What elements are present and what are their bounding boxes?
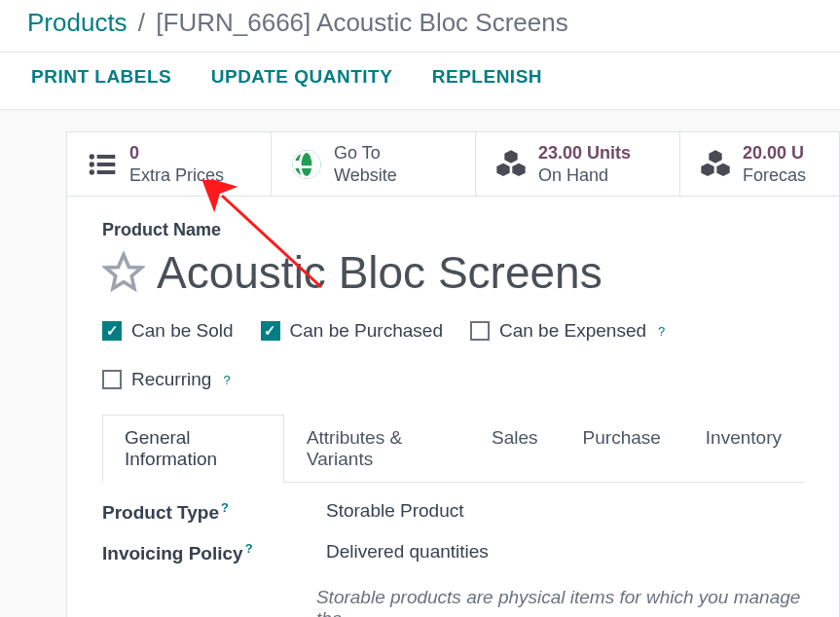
stat-buttons-row: 0 Extra Prices Go To Website 23.00 U [67, 132, 839, 197]
invoicing-policy-label: Invoicing Policy? [102, 541, 287, 564]
tab-sales[interactable]: Sales [469, 415, 561, 483]
go-to-website-button[interactable]: Go To Website [272, 132, 476, 196]
forecast-value: 20.00 U [743, 142, 806, 164]
svg-point-2 [90, 162, 94, 166]
checkbox-icon [102, 370, 122, 389]
on-hand-value: 23.00 Units [538, 142, 631, 164]
product-type-label: Product Type? [102, 500, 287, 524]
can-be-sold-label: Can be Sold [131, 320, 234, 342]
recurring-label: Recurring [131, 369, 211, 390]
replenish-button[interactable]: REPLENISH [432, 66, 542, 88]
help-icon[interactable]: ? [658, 324, 665, 339]
product-card: 0 Extra Prices Go To Website 23.00 U [66, 131, 840, 617]
product-type-hint: Storable products are physical items for… [316, 587, 804, 617]
svg-rect-3 [97, 163, 116, 166]
breadcrumb-root[interactable]: Products [27, 8, 128, 37]
boxes-icon [495, 149, 527, 180]
help-icon[interactable]: ? [223, 373, 230, 387]
tab-general-information[interactable]: General Information [102, 415, 284, 483]
checkbox-icon [102, 321, 122, 341]
svg-marker-7 [106, 255, 142, 289]
checkbox-icon [261, 321, 280, 341]
print-labels-button[interactable]: PRINT LABELS [31, 66, 171, 88]
can-be-expensed-label: Can be Expensed [499, 320, 646, 342]
svg-rect-1 [97, 155, 116, 159]
breadcrumb: Products / [FURN_6666] Acoustic Bloc Scr… [0, 0, 840, 52]
tab-inventory[interactable]: Inventory [683, 415, 804, 483]
product-name-input[interactable]: Acoustic Bloc Screens [157, 246, 603, 299]
help-icon[interactable]: ? [245, 541, 253, 556]
can-be-sold-checkbox[interactable]: Can be Sold [102, 320, 234, 342]
boxes-icon [700, 149, 731, 180]
website-line1: Go To [334, 142, 397, 164]
can-be-expensed-checkbox[interactable]: Can be Expensed ? [470, 320, 665, 342]
invoicing-policy-value[interactable]: Delivered quantities [326, 541, 489, 564]
on-hand-label: On Hand [538, 164, 631, 187]
forecasted-button[interactable]: 20.00 U Forecas [680, 132, 806, 196]
forecast-label: Forecas [743, 164, 806, 187]
breadcrumb-current: [FURN_6666] Acoustic Bloc Screens [156, 8, 567, 37]
product-type-value[interactable]: Storable Product [326, 500, 464, 524]
svg-point-4 [90, 169, 94, 174]
website-line2: Website [334, 164, 397, 187]
checkboxes-row: Can be Sold Can be Purchased Can be Expe… [102, 320, 804, 390]
can-be-purchased-label: Can be Purchased [290, 320, 443, 342]
extra-prices-label: Extra Prices [129, 164, 224, 187]
recurring-checkbox[interactable]: Recurring ? [102, 369, 231, 390]
help-icon[interactable]: ? [221, 500, 229, 515]
extra-prices-value: 0 [129, 142, 224, 164]
tabs: General Information Attributes & Variant… [102, 414, 804, 483]
favorite-star-icon[interactable] [102, 251, 145, 294]
update-quantity-button[interactable]: UPDATE QUANTITY [211, 66, 393, 88]
on-hand-button[interactable]: 23.00 Units On Hand [476, 132, 680, 196]
breadcrumb-sep: / [138, 8, 145, 37]
can-be-purchased-checkbox[interactable]: Can be Purchased [261, 320, 443, 342]
checkbox-icon [470, 321, 490, 341]
list-icon [87, 149, 118, 180]
tab-purchase[interactable]: Purchase [561, 415, 683, 483]
globe-icon [291, 149, 322, 180]
product-name-label: Product Name [102, 220, 804, 240]
extra-prices-button[interactable]: 0 Extra Prices [67, 132, 272, 196]
svg-rect-5 [97, 170, 116, 174]
svg-point-0 [90, 154, 94, 159]
tab-attributes-variants[interactable]: Attributes & Variants [284, 415, 469, 483]
action-bar: PRINT LABELS UPDATE QUANTITY REPLENISH [0, 52, 840, 110]
